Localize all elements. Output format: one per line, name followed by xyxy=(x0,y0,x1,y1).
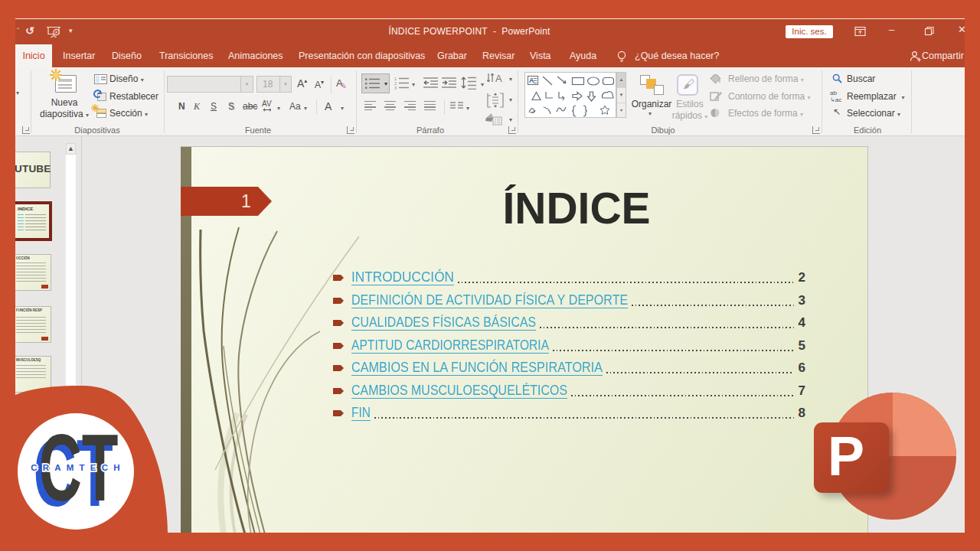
svg-text:A: A xyxy=(495,73,502,84)
svg-text:CRAMTECH: CRAMTECH xyxy=(31,463,125,472)
svg-text:P: P xyxy=(828,425,864,487)
svg-text:1: 1 xyxy=(241,191,251,211)
svg-text:3: 3 xyxy=(394,86,397,90)
svg-text:A: A xyxy=(529,77,534,84)
